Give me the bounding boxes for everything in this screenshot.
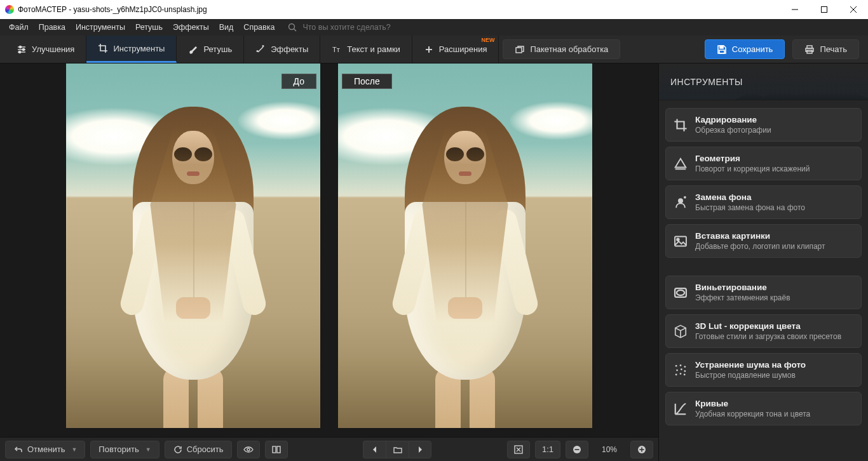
- tab-extensions[interactable]: Расширения NEW: [412, 36, 499, 63]
- app-icon: [5, 5, 14, 14]
- window-minimize[interactable]: [780, 0, 810, 19]
- actual-size-button[interactable]: 1:1: [535, 441, 560, 458]
- svg-point-37: [675, 364, 677, 366]
- print-button[interactable]: Печать: [792, 39, 859, 59]
- geometry-icon: [674, 157, 688, 171]
- tool-geometry[interactable]: Геометрия Поворот и коррекция искажений: [665, 147, 862, 180]
- canvas-area: До После: [0, 63, 658, 461]
- tab-enhance[interactable]: Улучшения: [5, 36, 86, 63]
- zoom-in-button[interactable]: [630, 441, 653, 458]
- compare-button[interactable]: [265, 441, 288, 458]
- svg-point-42: [684, 370, 686, 372]
- print-icon: [804, 44, 815, 55]
- window-title: ФотоМАСТЕР - yasu-shots-_y6hMz1pJC0-unsp…: [18, 5, 207, 14]
- after-slot: После: [338, 63, 592, 437]
- vignette-icon: [674, 286, 688, 300]
- search-placeholder: Что вы хотите сделать?: [302, 23, 390, 32]
- main: До После: [0, 63, 868, 461]
- tool-title: Кадрирование: [695, 115, 853, 124]
- compare-icon: [271, 444, 281, 455]
- tab-text[interactable]: Tт Текст и рамки: [320, 36, 412, 63]
- sliders-icon: [17, 44, 27, 55]
- fit-icon: [513, 444, 524, 455]
- titlebar: ФотоМАСТЕР - yasu-shots-_y6hMz1pJC0-unsp…: [0, 0, 868, 19]
- tool-title: Виньетирование: [695, 283, 853, 292]
- svg-point-34: [677, 238, 679, 241]
- save-button[interactable]: Сохранить: [705, 39, 785, 59]
- reset-label: Сбросить: [187, 444, 224, 454]
- svg-rect-33: [675, 236, 686, 246]
- tool-title: Кривые: [695, 399, 853, 408]
- undo-label: Отменить: [27, 444, 65, 454]
- crop-icon: [98, 43, 108, 53]
- tab-effects[interactable]: Эффекты: [244, 36, 320, 63]
- tool-sub: Обрезка фотографии: [695, 126, 853, 135]
- svg-rect-24: [277, 446, 280, 453]
- svg-rect-27: [575, 449, 580, 450]
- svg-point-11: [18, 51, 20, 53]
- zoom-out-button[interactable]: [566, 441, 588, 458]
- menu-help[interactable]: Справка: [243, 23, 275, 32]
- menu-effects[interactable]: Эффекты: [173, 23, 209, 32]
- svg-point-4: [289, 24, 295, 30]
- window-close[interactable]: [839, 0, 868, 19]
- plus-icon: [424, 44, 434, 55]
- tool-title: Замена фона: [695, 192, 853, 202]
- open-folder-button[interactable]: [386, 441, 409, 458]
- svg-rect-17: [720, 46, 723, 48]
- svg-rect-1: [822, 7, 827, 13]
- stack-icon: [515, 44, 525, 55]
- tool-sub: Быстрая замена фона на фото: [695, 203, 853, 212]
- right-panel-body: Кадрирование Обрезка фотографии Геометри…: [659, 100, 868, 461]
- after-label: После: [342, 74, 392, 89]
- toggle-view-button[interactable]: [237, 441, 260, 458]
- tool-sub: Поворот и коррекция искажений: [695, 164, 853, 173]
- text-icon: Tт: [332, 44, 342, 55]
- undo-icon: [13, 444, 24, 455]
- menu-retouch[interactable]: Ретушь: [135, 23, 163, 32]
- batch-button[interactable]: Пакетная обработка: [503, 39, 620, 59]
- tab-label: Улучшения: [32, 44, 74, 54]
- batch-label: Пакетная обработка: [530, 44, 608, 54]
- menu-edit[interactable]: Правка: [39, 23, 65, 32]
- right-panel: ИНСТРУМЕНТЫ Кадрирование Обрезка фотогра…: [658, 63, 868, 461]
- tool-sub: Готовые стили и загрузка своих пресетов: [695, 332, 853, 341]
- tab-tools[interactable]: Инструменты: [86, 36, 177, 63]
- redo-button[interactable]: Повторить ▼: [90, 441, 159, 458]
- tool-title: Геометрия: [695, 154, 853, 163]
- noise-icon: [674, 363, 688, 377]
- reset-button[interactable]: Сбросить: [165, 441, 232, 458]
- tool-denoise[interactable]: Устранение шума на фото Быстрое подавлен…: [665, 353, 862, 387]
- tool-crop[interactable]: Кадрирование Обрезка фотографии: [665, 108, 862, 142]
- redo-label: Повторить: [98, 444, 139, 454]
- svg-point-10: [22, 48, 24, 50]
- menu-tools[interactable]: Инструменты: [76, 23, 125, 32]
- undo-button[interactable]: Отменить ▼: [5, 441, 85, 458]
- tool-replace-bg[interactable]: Замена фона Быстрая замена фона на фото: [665, 185, 862, 219]
- replace-bg-icon: [674, 196, 688, 210]
- svg-point-45: [684, 373, 686, 375]
- tab-label: Текст и рамки: [347, 44, 400, 54]
- tool-title: Вставка картинки: [695, 231, 853, 241]
- prev-button[interactable]: [363, 441, 386, 458]
- tool-3dlut[interactable]: 3D Lut - коррекция цвета Готовые стили и…: [665, 314, 862, 348]
- menu-file[interactable]: Файл: [9, 23, 29, 32]
- menu-search[interactable]: Что вы хотите сделать?: [287, 22, 390, 32]
- tab-label: Ретушь: [203, 44, 232, 54]
- tool-vignette[interactable]: Виньетирование Эффект затемнения краёв: [665, 276, 862, 309]
- tab-retouch[interactable]: Ретушь: [177, 36, 244, 63]
- svg-line-12: [258, 47, 263, 52]
- curves-icon: [674, 402, 688, 416]
- menu-view[interactable]: Вид: [219, 23, 234, 32]
- tool-insert-image[interactable]: Вставка картинки Добавьте фото, логотип …: [665, 224, 862, 258]
- next-button[interactable]: [409, 441, 431, 458]
- svg-point-22: [247, 448, 250, 451]
- save-label: Сохранить: [732, 44, 773, 54]
- bottombar: Отменить ▼ Повторить ▼ Сбросить: [0, 437, 658, 461]
- fit-button[interactable]: [507, 441, 530, 458]
- dropdown-icon: ▼: [146, 446, 151, 453]
- window-maximize[interactable]: [810, 0, 839, 19]
- save-icon: [717, 44, 727, 55]
- svg-point-9: [19, 46, 21, 48]
- tool-curves[interactable]: Кривые Удобная коррекция тона и цвета: [665, 392, 862, 425]
